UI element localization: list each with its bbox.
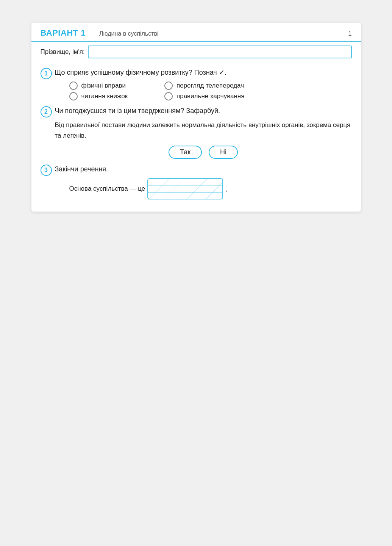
name-label: Прізвище, ім'я: bbox=[41, 48, 85, 56]
option-fizychni[interactable]: фізичні вправи bbox=[69, 82, 149, 90]
option-pravylne-label: правильне харчування bbox=[176, 93, 244, 100]
variant-title: ВАРІАНТ 1 bbox=[41, 28, 86, 38]
q3-body: Основа суспільства — це bbox=[69, 178, 228, 199]
answer-box-lines-svg bbox=[148, 179, 223, 199]
q2-text: Чи погоджуєшся ти із цим твердженням? За… bbox=[55, 106, 352, 116]
q2-buttons: Так Ні bbox=[55, 146, 352, 159]
content: 1 Що сприяє успішному фізичному розвитку… bbox=[31, 58, 361, 199]
q3-sentence-start: Основа суспільства — це bbox=[69, 185, 145, 193]
q2-number: 2 bbox=[41, 106, 52, 118]
card-header: ВАРІАНТ 1 Людина в суспільстві 1 bbox=[31, 23, 361, 42]
q1-text: Що сприяє успішному фізичному розвитку? … bbox=[55, 67, 245, 78]
q3-text: Закінчи речення. bbox=[55, 164, 228, 174]
q3-number: 3 bbox=[41, 165, 52, 176]
svg-line-4 bbox=[186, 179, 207, 199]
option-perehliad[interactable]: перегляд телепередач bbox=[164, 82, 244, 90]
page: ВАРІАНТ 1 Людина в суспільстві 1 Прізвищ… bbox=[0, 0, 392, 546]
name-row: Прізвище, ім'я: bbox=[31, 42, 361, 58]
radio-chytannia[interactable] bbox=[69, 92, 78, 100]
page-number: 1 bbox=[348, 30, 352, 37]
option-perehliad-label: перегляд телепередач bbox=[176, 82, 244, 89]
question-3: 3 Закінчи речення. Основа суспільства — … bbox=[41, 164, 352, 199]
answer-box[interactable] bbox=[147, 178, 223, 199]
q1-number: 1 bbox=[41, 68, 52, 79]
q3-sentence-end: . bbox=[225, 185, 228, 193]
variant-subtitle: Людина в суспільстві bbox=[99, 30, 159, 37]
radio-fizychni[interactable] bbox=[69, 82, 78, 90]
svg-line-2 bbox=[148, 179, 169, 199]
svg-line-5 bbox=[205, 179, 223, 199]
option-fizychni-label: фізичні вправи bbox=[81, 82, 126, 89]
option-chytannia[interactable]: читання книжок bbox=[69, 92, 149, 100]
option-pravylne[interactable]: правильне харчування bbox=[164, 92, 244, 100]
radio-perehliad[interactable] bbox=[164, 82, 173, 90]
q2-body: Від правильної постави людини залежить н… bbox=[55, 120, 352, 141]
question-1: 1 Що сприяє успішному фізичному розвитку… bbox=[41, 67, 352, 100]
btn-tak[interactable]: Так bbox=[169, 146, 202, 159]
name-input[interactable] bbox=[88, 46, 352, 58]
question-2: 2 Чи погоджуєшся ти із цим твердженням? … bbox=[41, 106, 352, 159]
radio-pravylne[interactable] bbox=[164, 92, 173, 100]
option-chytannia-label: читання книжок bbox=[81, 93, 128, 100]
btn-ni[interactable]: Ні bbox=[209, 146, 238, 159]
card: ВАРІАНТ 1 Людина в суспільстві 1 Прізвищ… bbox=[31, 23, 361, 212]
q1-options: фізичні вправи перегляд телепередач чита… bbox=[69, 82, 245, 100]
